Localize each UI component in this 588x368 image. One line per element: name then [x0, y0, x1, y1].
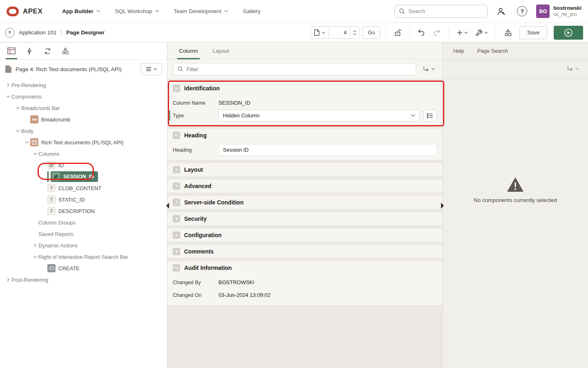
tree-expand-toggle[interactable] — [24, 141, 30, 144]
tree-item-pre-rendering[interactable]: Pre-Rendering — [0, 79, 167, 91]
tree-item-rich-text-documents-pl-sql-api[interactable]: Rich Text documents (PL/SQL API) — [0, 137, 167, 148]
undo-button[interactable] — [415, 26, 428, 39]
section-header-advanced[interactable]: Advanced — [167, 180, 442, 193]
tab-dynamic-actions[interactable] — [20, 43, 38, 59]
tree-menu-button[interactable] — [141, 63, 162, 75]
tab-shared-components[interactable] — [56, 43, 74, 59]
section-header-server-side-condition[interactable]: Server-side Condition — [167, 196, 442, 209]
tree-item-dynamic-actions[interactable]: Dynamic Actions — [0, 240, 167, 251]
breadcrumb-application[interactable]: Application 101 — [19, 29, 56, 36]
chevron-down-icon — [154, 68, 157, 70]
tree-item-body[interactable]: Body — [0, 125, 167, 137]
section-toggle[interactable] — [173, 264, 180, 272]
tree-expand-toggle[interactable] — [32, 256, 38, 258]
section-header-security[interactable]: Security — [167, 212, 442, 225]
text-column-icon: T — [47, 195, 56, 204]
nav-team-development[interactable]: Team Development — [168, 4, 234, 18]
tab-processing[interactable] — [38, 43, 56, 59]
property-editor-panel: ColumnLayout IdentificationColumn NameSE… — [167, 43, 442, 368]
field-control: SESSION_ID — [218, 100, 437, 106]
tree-item-post-rendering[interactable]: Post-Rendering — [0, 274, 167, 285]
app-home-button[interactable] — [5, 28, 15, 38]
tab-rendering[interactable] — [2, 43, 20, 59]
chevron-right-icon — [175, 217, 178, 221]
tree-item-label: Right of Interactive Report Search Bar — [38, 254, 128, 260]
chevron-down-icon — [431, 68, 435, 70]
rendering-tree-panel: Page 4: Rich Text documents (PL/SQL API)… — [0, 43, 167, 368]
page-number-input[interactable] — [329, 26, 350, 39]
chevron-right-icon — [175, 233, 178, 237]
section-toggle[interactable] — [173, 215, 180, 222]
tree-item-breadcrumb-bar[interactable]: Breadcrumb Bar — [0, 102, 167, 114]
tree-item-description[interactable]: TDESCRIPTION — [0, 205, 167, 217]
nav-app-builder[interactable]: App Builder — [56, 4, 106, 18]
tree-expand-toggle[interactable] — [5, 95, 11, 98]
splitter-collapse-right[interactable] — [441, 203, 444, 209]
section-toggle[interactable] — [173, 248, 180, 255]
breadcrumb: Application 101 \ Page Designer — [5, 28, 310, 38]
go-button[interactable]: Go — [363, 26, 380, 39]
section-header-audit-information[interactable]: Audit Information — [167, 261, 442, 274]
field-control — [218, 144, 437, 156]
tree-item-session-id[interactable]: SESSION_ID — [0, 171, 167, 182]
warning-icon — [507, 177, 523, 192]
tree-expand-toggle[interactable] — [15, 107, 21, 110]
section-toggle[interactable] — [173, 85, 180, 92]
nav-label: Gallery — [243, 8, 261, 14]
tree-item-static-id[interactable]: TSTATIC_ID — [0, 194, 167, 205]
select-type[interactable]: Hidden Column — [218, 110, 420, 121]
breadcrumb-page-designer: Page Designer — [66, 29, 105, 36]
section-header-configuration[interactable]: Configuration — [167, 229, 442, 242]
search-icon — [178, 66, 183, 72]
tree-item-right-of-interactive-report-search-bar[interactable]: Right of Interactive Report Search Bar — [0, 251, 167, 263]
filter-input[interactable] — [187, 66, 412, 72]
section-title: Layout — [184, 166, 203, 173]
tab-column[interactable]: Column — [173, 43, 204, 59]
tree-item-label: Body — [21, 128, 33, 134]
tree-expand-toggle[interactable] — [5, 83, 11, 87]
redo-button[interactable] — [430, 26, 443, 39]
nav-sql-workshop[interactable]: SQL Workshop — [109, 4, 165, 18]
section-toggle[interactable] — [173, 166, 180, 173]
property-filter[interactable] — [173, 63, 416, 76]
tree-item-columns[interactable]: Columns — [0, 148, 167, 159]
section-toggle[interactable] — [173, 182, 180, 190]
section-header-identification[interactable]: Identification — [167, 82, 442, 95]
tab-layout[interactable]: Layout — [207, 43, 235, 59]
lightning-icon — [27, 47, 32, 55]
section-toggle[interactable] — [173, 199, 180, 206]
nav-gallery[interactable]: Gallery — [237, 4, 266, 18]
tree-item-label: Components — [11, 94, 42, 100]
section-comments: Comments — [167, 245, 442, 258]
quick-pick-button[interactable] — [423, 110, 437, 121]
section-header-heading[interactable]: Heading — [167, 129, 442, 142]
tree-item-create[interactable]: CREATE — [0, 263, 167, 274]
field-column-name: Column NameSESSION_ID — [167, 96, 442, 109]
tree-item-column-groups[interactable]: Column Groups — [0, 217, 167, 228]
section-header-layout[interactable]: Layout — [167, 163, 442, 176]
lock-button[interactable] — [391, 26, 404, 39]
tree-item-components[interactable]: Components — [0, 91, 167, 102]
tree-item-clob-content[interactable]: TCLOB_CONTENT — [0, 182, 167, 194]
tree-item-label: Saved Reports — [38, 231, 74, 237]
page-number-stepper[interactable] — [350, 26, 359, 39]
apex-logo[interactable]: APEX — [7, 7, 42, 16]
splitter-collapse-left[interactable] — [166, 203, 169, 209]
field-label: Type — [173, 113, 218, 119]
tree-expand-toggle[interactable] — [32, 153, 38, 155]
tree-selected-pill[interactable]: SESSION_ID — [51, 171, 98, 182]
tree-expand-toggle[interactable] — [32, 243, 38, 247]
section-toggle[interactable] — [173, 132, 180, 139]
page-select-button[interactable] — [310, 26, 329, 39]
section-toggle[interactable] — [173, 231, 180, 239]
goto-group-button[interactable] — [421, 64, 437, 74]
tree-expand-toggle[interactable] — [15, 130, 21, 132]
input-heading[interactable] — [218, 144, 437, 156]
tree-expand-toggle[interactable] — [5, 278, 11, 282]
tree-item-id[interactable]: ID — [0, 159, 167, 171]
section-header-comments[interactable]: Comments — [167, 245, 442, 258]
tree-item-saved-reports[interactable]: Saved Reports — [0, 228, 167, 240]
breadcrumb-region-icon: »» — [30, 115, 38, 123]
tree-item-breadcrumb[interactable]: »»Breadcrumb — [0, 114, 167, 125]
up-arrow-icon — [7, 30, 12, 35]
